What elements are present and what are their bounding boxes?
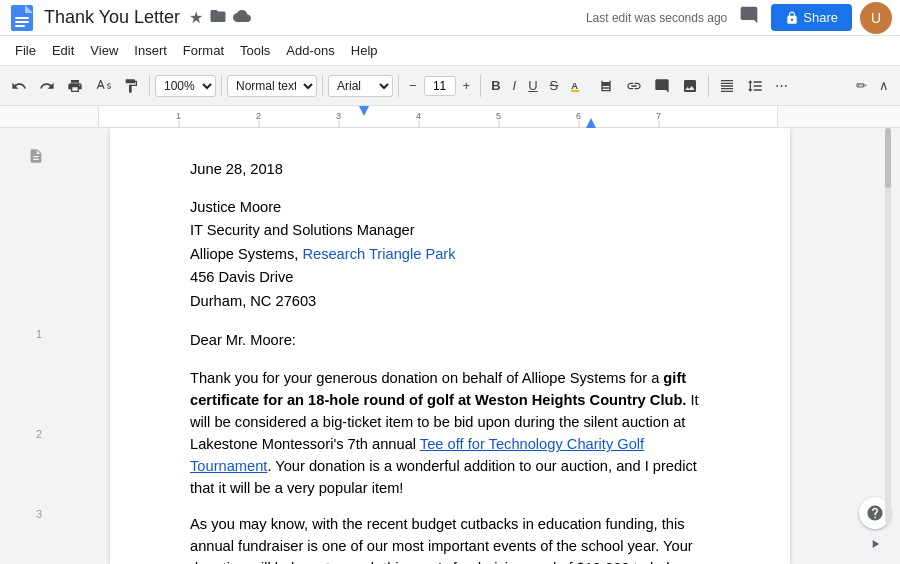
separator-4 [398,75,399,97]
para2-text: As you may know, with the recent budget … [190,516,710,564]
font-size-plus-button[interactable]: + [458,74,476,97]
svg-rect-3 [15,21,29,23]
menu-bar: File Edit View Insert Format Tools Add-o… [0,36,900,66]
address-location-link: Research Triangle Park [302,246,455,262]
star-icon[interactable]: ★ [189,8,203,27]
svg-rect-4 [15,25,25,27]
underline-button[interactable]: U [523,74,542,97]
page-marker-3: 3 [36,508,42,520]
paint-format-button[interactable] [118,74,144,98]
doc-icon [8,4,36,32]
page: June 28, 2018 Justice Moore IT Security … [110,128,790,564]
svg-rect-2 [15,17,29,19]
collapse-button[interactable]: ∧ [874,74,894,97]
right-sidebar [850,128,900,564]
address-company-text: Alliope Systems, [190,246,302,262]
address-title: IT Security and Solutions Manager [190,219,710,242]
toolbar: 100%75%50% Normal textHeading 1 ArialTim… [0,66,900,106]
doc-title[interactable]: Thank You Letter [44,7,180,28]
line-spacing-button[interactable] [742,74,768,98]
menu-insert[interactable]: Insert [127,40,174,61]
page-marker-2: 2 [36,428,42,440]
menu-help[interactable]: Help [344,40,385,61]
doc-scroll: June 28, 2018 Justice Moore IT Security … [50,128,850,564]
insert-image-button[interactable] [677,74,703,98]
print-button[interactable] [62,74,88,98]
letter-salutation: Dear Mr. Moore: [190,329,710,351]
spell-check-button[interactable] [90,74,116,98]
menu-tools[interactable]: Tools [233,40,277,61]
separator-1 [149,75,150,97]
svg-marker-8 [359,106,369,116]
salutation-text: Dear Mr. Moore: [190,332,296,348]
separator-6 [708,75,709,97]
date-text: June 28, 2018 [190,161,283,177]
undo-button[interactable] [6,74,32,98]
scrollbar[interactable] [884,128,892,524]
edit-button[interactable]: ✏ [851,74,872,97]
menu-file[interactable]: File [8,40,43,61]
menu-view[interactable]: View [83,40,125,61]
para1-pre: Thank you for your generous donation on … [190,370,663,386]
ruler: 1 2 3 4 5 6 7 [0,106,900,128]
letter-address: Justice Moore IT Security and Solutions … [190,196,710,313]
menu-edit[interactable]: Edit [45,40,81,61]
address-street: 456 Davis Drive [190,266,710,289]
svg-text:2: 2 [256,111,261,121]
left-margin: 1 2 3 4 [0,128,50,564]
separator-3 [322,75,323,97]
sidebar-collapse-button[interactable] [868,537,882,554]
svg-text:3: 3 [336,111,341,121]
svg-text:4: 4 [416,111,421,121]
para1-end: . Your donation is a wonderful addition … [190,458,697,496]
link-button[interactable] [621,74,647,98]
separator-5 [480,75,481,97]
address-name: Justice Moore [190,196,710,219]
title-bar-right: Last edit was seconds ago Share U [586,1,892,34]
share-label: Share [803,10,838,25]
letter-date: June 28, 2018 [190,158,710,180]
svg-rect-6 [572,90,580,92]
comment-button[interactable] [735,1,763,34]
title-bar: Thank You Letter ★ Last edit was seconds… [0,0,900,36]
font-select[interactable]: ArialTimes New Roman [328,75,393,97]
bold-button[interactable]: B [486,74,505,97]
main-area: 1 2 3 4 June 28, 2018 Justice Moore IT S… [0,128,900,564]
svg-text:6: 6 [576,111,581,121]
more-button[interactable]: ⋯ [770,74,793,97]
svg-text:5: 5 [496,111,501,121]
last-edit-text: Last edit was seconds ago [586,11,727,25]
font-size-minus-button[interactable]: − [404,74,422,97]
letter-para-2: As you may know, with the recent budget … [190,513,710,564]
note-icon [28,148,44,167]
cloud-icon[interactable] [233,7,251,29]
insert-comment-button[interactable] [649,74,675,98]
svg-marker-9 [586,118,596,128]
zoom-select[interactable]: 100%75%50% [155,75,216,97]
menu-addons[interactable]: Add-ons [279,40,341,61]
ruler-doc-area: 1 2 3 4 5 6 7 [98,106,778,127]
address-city: Durham, NC 27603 [190,290,710,313]
avatar[interactable]: U [860,2,892,34]
font-size-input[interactable] [424,76,456,96]
address-company: Alliope Systems, Research Triangle Park [190,243,710,266]
redo-button[interactable] [34,74,60,98]
text-color-button[interactable]: A [565,74,591,98]
strikethrough-button[interactable]: S [545,74,564,97]
share-button[interactable]: Share [771,4,852,31]
svg-text:7: 7 [656,111,661,121]
italic-button[interactable]: I [508,74,522,97]
style-select[interactable]: Normal textHeading 1 [227,75,317,97]
letter-para-1: Thank you for your generous donation on … [190,367,710,499]
align-button[interactable] [714,74,740,98]
svg-text:1: 1 [176,111,181,121]
scroll-track [885,128,891,524]
menu-format[interactable]: Format [176,40,231,61]
svg-text:A: A [572,80,579,90]
separator-2 [221,75,222,97]
highlight-button[interactable] [593,74,619,98]
page-marker-1: 1 [36,328,42,340]
folder-icon[interactable] [209,7,227,29]
scroll-thumb[interactable] [885,128,891,188]
